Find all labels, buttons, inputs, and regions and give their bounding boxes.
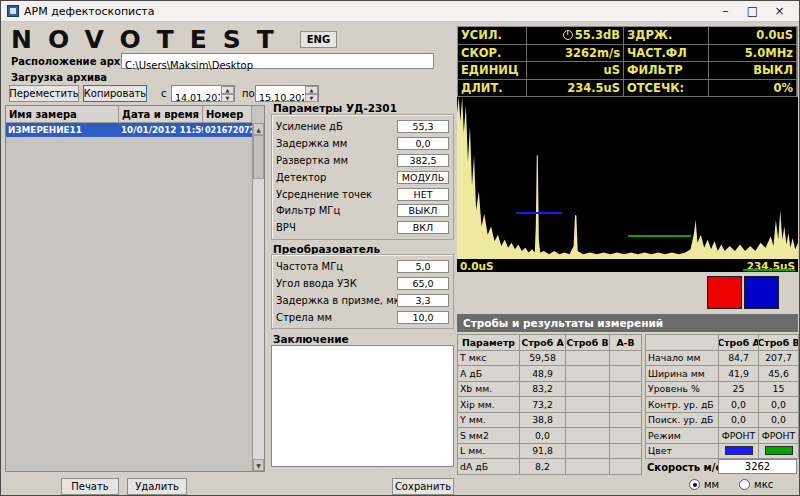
param-value-field[interactable]: НЕТ (397, 188, 449, 201)
spinner-up-icon[interactable]: ▲ (305, 86, 318, 94)
table-row-label: Хip мм. (458, 397, 520, 413)
param-row: ДетекторМОДУЛЬ (276, 169, 449, 186)
readout-value: uS (527, 62, 624, 80)
gates-section-title: Стробы и результаты измерений (457, 314, 798, 332)
readout-label: ОТСЕЧК: (624, 80, 709, 98)
scale-start-label: 0.0uS (460, 260, 494, 272)
a-scan-display (457, 97, 798, 259)
table-header-cell: Параметр (458, 335, 520, 351)
archive-load-label: Загрузка архива (11, 72, 107, 83)
save-button[interactable]: Сохранить (392, 478, 454, 495)
table-value-cell (566, 459, 610, 475)
date-to-spinner: ▲▼ (305, 86, 318, 101)
param-value-field[interactable]: 0,0 (397, 137, 449, 150)
table-row-label: dА дБ (458, 459, 520, 475)
param-row: Угол ввода УЗК65,0 (276, 275, 449, 292)
spinner-down-icon[interactable]: ▼ (221, 94, 234, 102)
app-icon (7, 5, 19, 17)
table-value-cell: 15 (759, 382, 799, 398)
readout-value: 5.0MHz (709, 45, 797, 63)
param-label: Детектор (276, 172, 397, 183)
param-value-field[interactable]: МОДУЛЬ (397, 171, 449, 184)
table-value-cell: 207,7 (759, 351, 799, 367)
scroll-down-icon[interactable]: ▼ (253, 459, 264, 471)
table-row-label: Уровень % (646, 382, 719, 398)
unit-us-option[interactable]: мкс (739, 479, 773, 490)
table-value-cell: 83,2 (520, 382, 566, 398)
param-value-field[interactable]: 5,0 (397, 260, 449, 273)
param-value-field[interactable]: 382,5 (397, 154, 449, 167)
column-header-datetime[interactable]: Дата и время (119, 106, 203, 123)
table-row-label: Цвет (646, 444, 719, 460)
param-value-field[interactable]: ВКЛ (397, 221, 449, 234)
table-value-cell: 45,6 (759, 366, 799, 382)
readout-value-text: 234.5uS (567, 81, 620, 95)
gate-b-line[interactable] (628, 235, 691, 237)
copy-button[interactable]: Копировать (83, 85, 147, 102)
scrollbar-thumb[interactable] (253, 135, 264, 179)
speed-value-field[interactable]: 3262 (718, 459, 797, 474)
table-row-label: Режим (646, 428, 719, 444)
table-value-cell: 48,9 (520, 366, 566, 382)
param-row: ВРЧВКЛ (276, 219, 449, 236)
readout-value: 0% (709, 80, 797, 98)
scrollbar-track[interactable] (253, 179, 264, 459)
conclusion-textarea[interactable] (271, 345, 454, 467)
gate-a-line[interactable] (516, 212, 562, 214)
readout-label: УСИЛ. (458, 27, 527, 45)
unit-mm-option[interactable]: мм (689, 479, 719, 490)
param-value-field[interactable]: ВЫКЛ (397, 204, 449, 217)
unit-us-radio[interactable] (739, 479, 750, 490)
column-header-name[interactable]: Имя замера (6, 106, 119, 123)
minimize-icon[interactable]: – (712, 1, 739, 21)
param-label: ВРЧ (276, 222, 397, 233)
param-label: Фильтр МГц (276, 205, 397, 216)
scroll-up-icon[interactable]: ▲ (253, 123, 264, 135)
readout-value-text: ВЫКЛ (753, 63, 793, 77)
readout-label: ЕДИНИЦ (458, 62, 527, 80)
device-params-group: Усиление дБ55,3Задержка мм0,0Развертка м… (271, 114, 454, 240)
date-to-label: по (242, 88, 255, 99)
transducer-rows: Частота МГц5,0Угол ввода УЗК65,0Задержка… (276, 258, 449, 326)
move-button[interactable]: Переместить (9, 85, 79, 102)
delete-button[interactable]: Удалить (127, 478, 187, 495)
param-label: Развертка мм (276, 155, 397, 166)
table-header-cell (646, 335, 719, 351)
table-value-cell: 59,58 (520, 351, 566, 367)
date-from-fieldbox: ▲▼ (171, 85, 235, 102)
eng-button[interactable]: ENG (300, 31, 337, 48)
table-value-cell: 91,8 (520, 444, 566, 460)
list-item[interactable]: ИЗМЕРЕНИЕ1110/01/2012 11:590216720720 (6, 123, 252, 137)
table-row-label: Контр. ур. дБ (646, 397, 719, 413)
table-row-label: S мм2 (458, 428, 520, 444)
table-value-cell (610, 351, 642, 367)
spinner-down-icon[interactable]: ▼ (305, 94, 318, 102)
table-value-cell (566, 382, 610, 398)
readout-label: ЧАСТ.ФЛ (624, 45, 709, 63)
table-value-cell (610, 459, 642, 475)
table-value-cell (566, 366, 610, 382)
readout-label: СКОР. (458, 45, 527, 63)
table-row-label: А дБ (458, 366, 520, 382)
table-value-cell: 84,7 (719, 351, 759, 367)
param-value-field[interactable]: 55,3 (397, 120, 449, 133)
param-value-field[interactable]: 3,3 (397, 294, 449, 307)
close-icon[interactable]: × (766, 1, 793, 21)
unit-mm-radio[interactable] (689, 479, 700, 490)
param-value-field[interactable]: 65,0 (397, 277, 449, 290)
table-value-cell (759, 444, 799, 460)
table-value-cell: 0,0 (759, 413, 799, 429)
param-value-field[interactable]: 10,0 (397, 311, 449, 324)
param-row: Задержка мм0,0 (276, 135, 449, 152)
column-header-number[interactable]: Номер (203, 106, 252, 123)
maximize-icon[interactable]: □ (739, 1, 766, 21)
gate-color-swatch (765, 446, 793, 455)
list-scrollbar[interactable]: ▲ ▼ (252, 123, 264, 471)
table-row-label: Поиск. ур. дБ (646, 413, 719, 429)
print-button[interactable]: Печать (61, 478, 119, 495)
archive-path-input[interactable] (122, 59, 433, 73)
table-value-cell (610, 413, 642, 429)
table-value-cell: 0,0 (719, 413, 759, 429)
spinner-up-icon[interactable]: ▲ (221, 86, 234, 94)
readout-value: ВЫКЛ (709, 62, 797, 80)
